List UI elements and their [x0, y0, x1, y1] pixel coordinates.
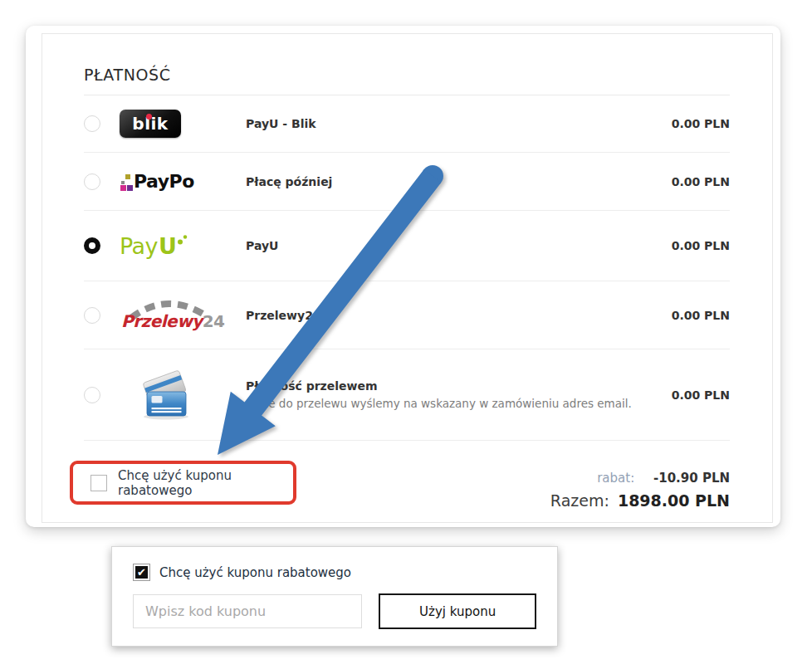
payu-sparkle-icon: [177, 234, 188, 246]
paypo-squares-icon: [120, 172, 132, 192]
popup-coupon-checkbox-checked[interactable]: ✔: [133, 564, 150, 581]
checkout-payment-page: PŁATNOŚĆ blik PayU - Blik 0.00 PLN: [0, 0, 812, 669]
total-label: Razem:: [550, 491, 609, 510]
przelewy24-logo: Przelewy24: [120, 296, 246, 334]
method-price: 0.00 PLN: [672, 175, 730, 188]
coupon-code-input[interactable]: [133, 594, 362, 628]
popup-coupon-checkbox-label[interactable]: Chcę użyć kuponu rabatowego: [159, 565, 351, 580]
payu-logo-text: Pay: [120, 233, 158, 259]
payu-logo-badge: Pay U: [120, 233, 188, 259]
payment-method-row-przelewy24[interactable]: Przelewy24 Przelewy24 0.00 PLN: [84, 281, 730, 349]
coupon-form: Użyj kuponu: [133, 593, 536, 629]
order-totals: rabat: -10.90 PLN Razem: 1898.00 PLN: [550, 471, 730, 510]
coupon-checkbox-label[interactable]: Chcę użyć kuponu rabatowego: [118, 468, 293, 498]
radio-transfer[interactable]: [84, 387, 100, 403]
payment-method-row-paypo[interactable]: PayPo Płacę później 0.00 PLN: [84, 153, 730, 211]
method-price: 0.00 PLN: [672, 388, 730, 402]
payu-logo: Pay U: [120, 233, 246, 259]
radio-payu-selected[interactable]: [84, 237, 100, 254]
total-value: 1898.00 PLN: [618, 491, 730, 510]
radio-paypo[interactable]: [84, 173, 100, 190]
method-text-block: Płatność przelewem Dane do przelewu wyśl…: [246, 379, 632, 410]
radio-przelewy24[interactable]: [84, 307, 100, 324]
coupon-and-totals: Chcę użyć kuponu rabatowego rabat: -10.9…: [84, 441, 730, 510]
method-price: 0.00 PLN: [672, 239, 730, 252]
payment-method-row-payu[interactable]: Pay U PayU 0.00 PLN: [84, 211, 730, 281]
method-price: 0.00 PLN: [672, 309, 730, 322]
use-coupon-button[interactable]: Użyj kuponu: [379, 593, 536, 629]
discount-line: rabat: -10.90 PLN: [550, 471, 730, 486]
method-label: Płacę później: [246, 175, 332, 188]
blik-logo: blik: [120, 110, 246, 138]
coupon-checkbox[interactable]: [90, 475, 107, 491]
method-label: PayU - Blik: [246, 117, 316, 130]
coupon-highlight-box: Chcę użyć kuponu rabatowego: [70, 461, 296, 505]
coupon-popup: ✔ Chcę użyć kuponu rabatowego Użyj kupon…: [111, 546, 558, 647]
payment-method-row-transfer[interactable]: Płatność przelewem Dane do przelewu wyśl…: [84, 349, 730, 441]
credit-cards-icon: [138, 369, 193, 422]
discount-label: rabat:: [597, 471, 634, 486]
method-label: Przelewy24: [246, 309, 321, 322]
method-price: 0.00 PLN: [672, 117, 730, 130]
paypo-logo-text: PayPo: [134, 171, 194, 192]
method-description: Dane do przelewu wyślemy na wskazany w z…: [246, 397, 632, 410]
payment-card: PŁATNOŚĆ blik PayU - Blik 0.00 PLN: [26, 26, 780, 527]
przelewy24-logo-badge: Przelewy24: [120, 296, 213, 334]
przelewy24-logo-text: Przelewy24: [121, 311, 225, 331]
total-line: Razem: 1898.00 PLN: [550, 491, 730, 510]
blik-logo-badge: blik: [120, 110, 181, 138]
payment-section-title: PŁATNOŚĆ: [84, 34, 730, 95]
payu-logo-u: U: [159, 233, 177, 259]
payment-section: PŁATNOŚĆ blik PayU - Blik 0.00 PLN: [42, 33, 773, 523]
payment-method-row-blik[interactable]: blik PayU - Blik 0.00 PLN: [84, 95, 730, 153]
discount-value: -10.90 PLN: [653, 471, 730, 486]
blik-dot-icon: [146, 114, 152, 120]
method-label: PayU: [246, 239, 278, 252]
paypo-logo-badge: PayPo: [120, 171, 194, 192]
paypo-logo: PayPo: [120, 171, 246, 192]
radio-blik[interactable]: [84, 115, 100, 132]
bank-transfer-cards-icon: [120, 369, 246, 422]
method-label: Płatność przelewem: [246, 379, 632, 393]
popup-checkbox-row: ✔ Chcę użyć kuponu rabatowego: [133, 564, 536, 581]
